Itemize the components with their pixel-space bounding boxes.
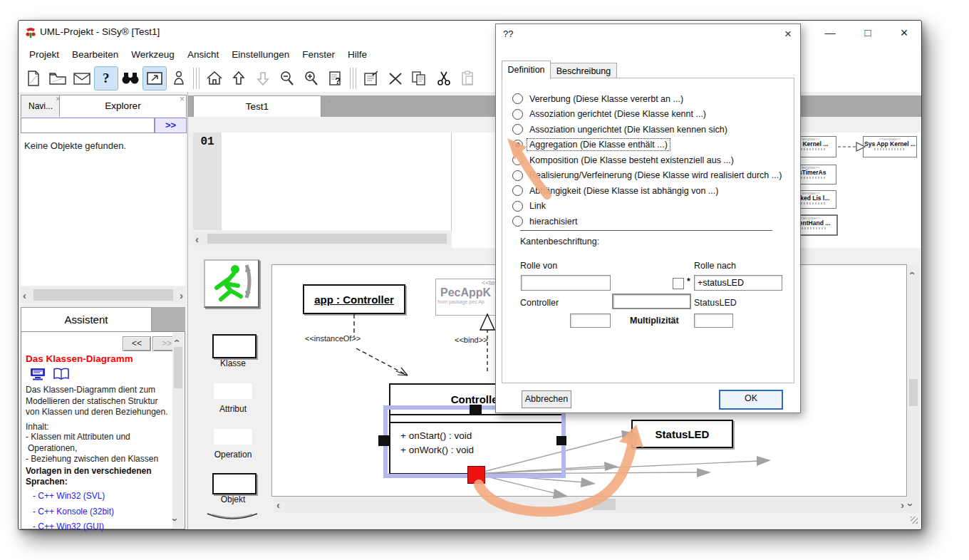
nav-down-icon[interactable] bbox=[252, 67, 274, 90]
template-link[interactable]: - C++ Win32 (GUI) bbox=[33, 519, 114, 535]
palette-item-attribut[interactable] bbox=[214, 383, 252, 399]
tab-test1[interactable]: Test1 × bbox=[193, 95, 321, 118]
radio-icon[interactable] bbox=[512, 155, 523, 165]
palette-item-operation[interactable] bbox=[214, 429, 252, 445]
canvas-hscrollbar[interactable]: ‹ › bbox=[274, 497, 907, 512]
explorer-search-input[interactable] bbox=[21, 118, 155, 133]
relation-radio-option[interactable]: Realisierung/Verfeinerung (Diese Klasse … bbox=[512, 168, 787, 183]
palette-item-objekt[interactable] bbox=[212, 473, 256, 494]
chevron-down-icon[interactable]: › bbox=[906, 503, 916, 507]
chevron-right-icon[interactable]: › bbox=[901, 499, 904, 510]
relation-radio-option[interactable]: Vererbung (Diese Klasse vererbt an ...) bbox=[512, 91, 787, 106]
menu-item[interactable]: Hilfe bbox=[341, 47, 373, 62]
relation-radio-option[interactable]: hierachisiert bbox=[512, 214, 787, 229]
zoom-out-icon[interactable] bbox=[276, 67, 299, 90]
search-binoculars-icon[interactable] bbox=[119, 67, 142, 90]
selection-handle-right[interactable] bbox=[556, 436, 566, 445]
ok-button[interactable]: OK bbox=[719, 390, 783, 410]
explorer-list[interactable]: Keine Objekte gefunden. bbox=[21, 133, 185, 286]
copy-icon[interactable] bbox=[408, 67, 431, 90]
tab-explorer[interactable]: Explorer × bbox=[59, 95, 187, 117]
tab-beschreibung[interactable]: Beschreibung bbox=[550, 63, 617, 79]
chevron-right-icon[interactable]: › bbox=[180, 290, 183, 301]
close-icon[interactable]: × bbox=[327, 98, 332, 105]
scrollbar-thumb[interactable] bbox=[909, 379, 918, 406]
chevron-left-icon[interactable]: ‹ bbox=[23, 290, 26, 301]
canvas-vscrollbar[interactable]: › › bbox=[908, 265, 919, 513]
paste-icon[interactable] bbox=[457, 67, 480, 90]
menu-item[interactable]: Ansicht bbox=[181, 47, 225, 62]
menu-item[interactable]: Projekt bbox=[23, 47, 66, 62]
book-icon[interactable] bbox=[53, 368, 70, 380]
scrollbar-thumb[interactable] bbox=[174, 347, 182, 388]
zoom-in-icon[interactable] bbox=[300, 67, 323, 90]
radio-icon[interactable] bbox=[512, 93, 523, 104]
close-button[interactable]: × bbox=[890, 24, 918, 42]
chevron-up-icon[interactable]: › bbox=[170, 339, 181, 343]
tab-assistent[interactable]: Assistent bbox=[21, 307, 152, 332]
help-icon[interactable]: ? bbox=[95, 67, 118, 90]
new-window-icon[interactable] bbox=[143, 67, 166, 90]
rolle-nach-input[interactable] bbox=[694, 275, 782, 291]
selection-handle-left[interactable] bbox=[378, 435, 390, 446]
template-link[interactable]: - C++ Win32 (SVL) bbox=[33, 489, 114, 504]
menu-item[interactable]: Fenster bbox=[296, 47, 341, 62]
relation-radio-option[interactable]: Komposition (Die Klasse besteht existenz… bbox=[512, 152, 787, 167]
selection-handle-top[interactable] bbox=[470, 405, 482, 415]
assistent-vscrollbar[interactable]: › › bbox=[172, 333, 184, 528]
radio-icon[interactable] bbox=[512, 109, 523, 120]
radio-icon[interactable] bbox=[512, 140, 523, 150]
multiplicity-right-input[interactable] bbox=[694, 313, 733, 328]
scrollbar-thumb[interactable] bbox=[593, 499, 616, 510]
explorer-search-button[interactable]: >> bbox=[155, 118, 187, 133]
radio-icon[interactable] bbox=[512, 216, 523, 227]
rolle-von-input[interactable] bbox=[521, 275, 611, 291]
new-document-icon[interactable] bbox=[22, 67, 45, 90]
delete-icon[interactable] bbox=[384, 67, 407, 90]
relation-radio-option[interactable]: Abhängigkeit (Diese Klasse ist abhängig … bbox=[512, 183, 787, 198]
menu-item[interactable]: Bearbeiten bbox=[66, 47, 125, 62]
scrollbar-thumb[interactable] bbox=[33, 289, 173, 301]
relation-radio-option[interactable]: Assoziation ungerichtet (Die Klassen ken… bbox=[512, 122, 787, 137]
curve-tool-icon[interactable] bbox=[205, 512, 259, 523]
radio-icon[interactable] bbox=[512, 170, 523, 181]
connector-handle-red[interactable] bbox=[467, 466, 485, 484]
radio-icon[interactable] bbox=[512, 185, 523, 196]
open-folder-icon[interactable] bbox=[46, 67, 69, 90]
document-help-icon[interactable]: ? bbox=[324, 67, 347, 90]
cancel-button[interactable]: Abbrechen bbox=[522, 390, 571, 408]
menu-item[interactable]: Werkzeug bbox=[125, 47, 181, 62]
maximize-button[interactable]: □ bbox=[854, 24, 882, 42]
uml-object-box[interactable]: app : Controller bbox=[303, 284, 405, 314]
mini-class-box[interactable]: <<template>> Sys App Kernel ... bbox=[863, 136, 917, 157]
relation-radio-option[interactable]: Link bbox=[512, 199, 787, 214]
edge-name-input[interactable] bbox=[612, 294, 691, 309]
assistent-back-button[interactable]: << bbox=[123, 336, 151, 351]
resize-grip[interactable] bbox=[911, 517, 918, 524]
nav-up-icon[interactable] bbox=[227, 67, 250, 90]
template-link[interactable]: - C++ Konsole (32bit) bbox=[33, 504, 114, 520]
menu-item[interactable]: Einstellungen bbox=[225, 47, 296, 62]
radio-icon[interactable] bbox=[512, 124, 523, 135]
tab-navigator[interactable]: Navi... × bbox=[21, 95, 61, 117]
tab-definition[interactable]: Definition bbox=[502, 61, 551, 79]
chevron-up-icon[interactable]: › bbox=[906, 271, 916, 275]
cut-icon[interactable] bbox=[432, 67, 455, 90]
chevron-down-icon[interactable]: › bbox=[170, 518, 181, 522]
palette-item-klasse[interactable] bbox=[212, 334, 256, 358]
explorer-hscrollbar[interactable]: ‹ › bbox=[21, 287, 185, 303]
asterisk-checkbox[interactable] bbox=[673, 278, 684, 289]
close-icon[interactable]: × bbox=[180, 95, 185, 103]
radio-icon[interactable] bbox=[512, 201, 523, 212]
dialog-close-icon[interactable]: × bbox=[784, 27, 792, 41]
edit-note-icon[interactable] bbox=[360, 67, 383, 90]
mail-icon[interactable] bbox=[71, 67, 93, 90]
chevron-left-icon[interactable]: ‹ bbox=[276, 499, 280, 510]
relation-radio-option[interactable]: Assoziation gerichtet (Diese Klasse kenn… bbox=[512, 107, 787, 122]
computer-icon[interactable] bbox=[30, 368, 46, 380]
run-button[interactable] bbox=[204, 259, 259, 308]
home-icon[interactable] bbox=[203, 67, 226, 90]
relation-radio-option[interactable]: Aggregation (Die Klasse enthält ...) bbox=[512, 138, 787, 152]
multiplicity-left-input[interactable] bbox=[570, 313, 611, 328]
minimize-button[interactable]: — bbox=[816, 24, 844, 42]
